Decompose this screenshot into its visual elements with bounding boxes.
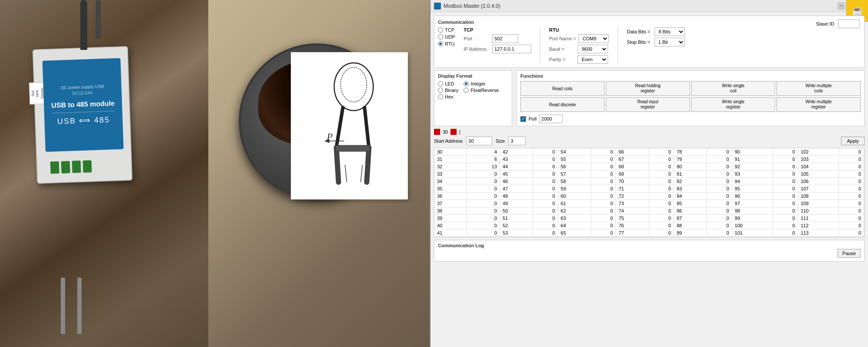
register-value: 0 (773, 222, 798, 229)
data-bits-label: Data Bits = (627, 29, 650, 34)
read-holding-button[interactable]: Read holdingregister (606, 81, 690, 96)
register-value: 0 (773, 163, 798, 170)
register-value: 0 (839, 163, 864, 170)
svg-point-6 (341, 67, 367, 102)
port-row: Port (464, 34, 531, 43)
data-bits-select[interactable]: 8 Bits (654, 27, 685, 36)
module-label-1: DC power supply USB (61, 84, 104, 90)
parity-select[interactable]: Even (578, 55, 608, 64)
register-table: 3044205406607809001020316430550670790910… (434, 148, 864, 237)
write-multiple-reg-button[interactable]: Write multipleregister (776, 97, 861, 112)
port-name-select[interactable]: COM9 (579, 34, 609, 43)
svg-rect-5 (335, 145, 370, 151)
radio-binary-circle[interactable] (438, 88, 443, 93)
radio-rtu[interactable]: RTU (438, 41, 455, 46)
radio-rtu-circle[interactable] (438, 41, 443, 46)
size-input[interactable] (508, 137, 526, 145)
table-row: 3604806007208409601080 (434, 193, 864, 200)
register-value: 0 (533, 207, 558, 215)
read-coils-button[interactable]: Read coils (520, 81, 605, 96)
register-value: 0 (649, 163, 674, 170)
register-address: 51 (500, 215, 533, 222)
radio-binary[interactable]: Binary (438, 88, 458, 93)
usb-module-blue: DC power supply USB DC12-24V USB to 485 … (43, 58, 124, 152)
write-single-reg-button[interactable]: Write singleregister (691, 97, 776, 112)
radio-tcp-circle[interactable] (438, 27, 443, 33)
middle-row: Display Format LED Binary He (434, 70, 865, 126)
float-label: FloatReverse (470, 88, 499, 93)
stop-bits-select[interactable]: 1 Bit (654, 38, 685, 46)
register-value: 6 (467, 156, 500, 163)
register-value: 0 (649, 200, 674, 207)
register-value: 0 (649, 222, 674, 229)
mode-column: TCP UDP RTU (438, 27, 455, 46)
register-address: 88 (674, 222, 707, 229)
slave-id-input[interactable] (838, 20, 860, 28)
register-address: 69 (616, 170, 649, 178)
radio-udp[interactable]: UDP (438, 34, 455, 39)
ip-input[interactable] (492, 45, 531, 53)
register-value: 0 (591, 148, 616, 156)
read-input-button[interactable]: Read inputregister (606, 97, 690, 112)
radio-integer[interactable]: Integer (464, 81, 499, 86)
radio-float[interactable]: FloatReverse (464, 88, 499, 93)
write-single-coil-button[interactable]: Write singlecoil (691, 81, 776, 96)
read-discrete-button[interactable]: Read discrete (520, 97, 605, 112)
parity-label: Parity = (549, 57, 575, 62)
register-address: 94 (732, 178, 773, 185)
register-address: 49 (500, 200, 533, 207)
radio-led-circle[interactable] (438, 81, 443, 86)
register-value: 0 (533, 222, 558, 229)
register-address: 105 (798, 170, 838, 178)
radio-tcp[interactable]: TCP (438, 27, 455, 33)
display-format-label: Display Format (438, 73, 508, 79)
apply-button[interactable]: Apply (841, 137, 865, 145)
svg-line-9 (345, 165, 347, 182)
radio-float-circle[interactable] (464, 88, 469, 93)
data-bits-row: Data Bits = 8 Bits (627, 27, 685, 36)
register-value: 0 (467, 200, 500, 207)
radio-led[interactable]: LED (438, 81, 458, 86)
register-value: 0 (839, 156, 864, 163)
radio-hex[interactable]: Hex (438, 94, 458, 99)
display-format-options: LED Binary Hex (438, 81, 508, 99)
register-value: 0 (533, 163, 558, 170)
radio-integer-circle[interactable] (464, 81, 469, 86)
register-value: 0 (707, 222, 732, 229)
register-address: 38 (434, 207, 467, 215)
pause-button[interactable]: Pause (838, 249, 861, 258)
register-value: 0 (707, 185, 732, 193)
register-address: 92 (732, 163, 773, 170)
radio-udp-circle[interactable] (438, 34, 443, 39)
baud-select[interactable]: 9600 (578, 45, 608, 53)
poll-checkbox[interactable]: ✓ (520, 116, 526, 122)
register-value: 0 (839, 222, 864, 229)
red-indicator-2 (450, 129, 457, 135)
register-value: 0 (467, 193, 500, 200)
ip-label: IP Address (464, 46, 490, 52)
register-address: 48 (500, 193, 533, 200)
radio-hex-circle[interactable] (438, 94, 443, 99)
port-input[interactable] (492, 34, 518, 43)
register-address: 42 (500, 148, 533, 156)
function-buttons: Read coils Read holdingregister Write si… (520, 81, 861, 112)
svg-point-0 (334, 63, 373, 111)
led-label: LED (445, 81, 454, 86)
register-value: 0 (773, 170, 798, 178)
minimize-button[interactable]: ─ (838, 2, 845, 10)
svg-text:P: P (326, 131, 332, 142)
data-table: 3044205406607809001020316430550670790910… (434, 148, 865, 237)
table-row: 3504705907108309501070 (434, 185, 864, 193)
register-address: 39 (434, 215, 467, 222)
write-multiple-coils-button[interactable]: Write multiplecoils (776, 81, 861, 96)
register-address: 81 (674, 170, 707, 178)
register-address: 78 (674, 148, 707, 156)
photo-scale: Escali (208, 0, 430, 347)
address-row: Start Address Size Apply (434, 137, 865, 145)
poll-input[interactable] (539, 115, 563, 123)
start-address-input[interactable] (466, 137, 492, 145)
register-value: 0 (591, 207, 616, 215)
register-address: 53 (500, 229, 533, 237)
indicator-row: 30 | (434, 129, 865, 135)
register-address: 70 (616, 178, 649, 185)
